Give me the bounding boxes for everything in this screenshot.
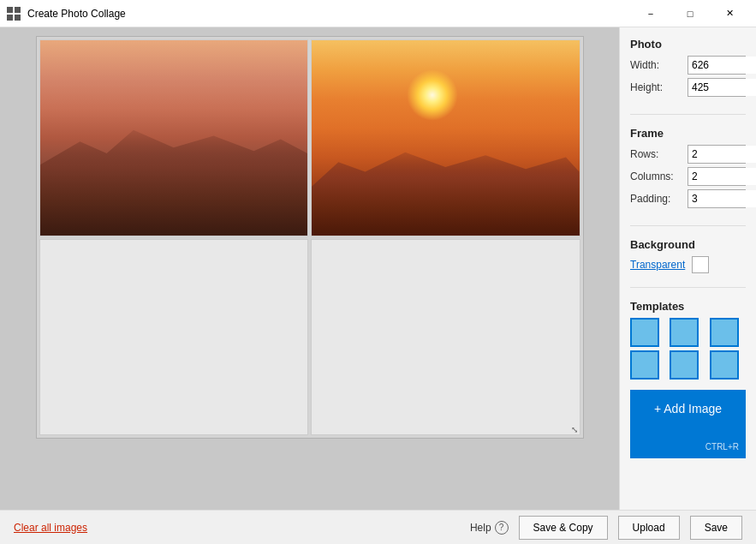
photo-section-title: Photo (630, 38, 746, 51)
clear-all-link[interactable]: Clear all images (14, 522, 87, 534)
height-label: Height: (630, 81, 663, 93)
bottom-bar: Clear all images Help ? Save & Copy Uplo… (0, 510, 756, 544)
height-spinbox[interactable]: ▲ ▼ (688, 78, 746, 97)
divider-2 (630, 225, 746, 226)
columns-input[interactable] (688, 168, 756, 185)
window-title: Create Photo Collage (27, 8, 631, 20)
background-section: Background Transparent (630, 238, 746, 273)
save-copy-button[interactable]: Save & Copy (519, 516, 608, 540)
columns-spinbox[interactable]: ▲ ▼ (688, 167, 746, 186)
rows-spinbox[interactable]: ▲ ▼ (688, 145, 746, 164)
collage-cell-2[interactable] (311, 39, 580, 236)
minimize-button[interactable]: − (631, 0, 670, 27)
padding-label: Padding: (630, 193, 670, 205)
maximize-button[interactable]: □ (670, 0, 710, 27)
template-3-button[interactable] (710, 318, 739, 347)
divider-3 (630, 287, 746, 288)
add-image-shortcut: CTRL+R (705, 442, 739, 451)
collage-cell-1[interactable] (39, 39, 309, 236)
save-button[interactable]: Save (690, 516, 742, 540)
rows-label: Rows: (630, 148, 658, 160)
app-icon (7, 7, 21, 21)
rows-input[interactable] (688, 146, 756, 163)
rows-row: Rows: ▲ ▼ (630, 145, 746, 164)
columns-label: Columns: (630, 170, 674, 182)
width-row: Width: ▲ ▼ (630, 56, 746, 75)
help-row: Help ? (470, 521, 509, 535)
add-image-label: + Add Image (654, 402, 722, 415)
help-icon[interactable]: ? (495, 521, 509, 535)
templates-section: Templates (630, 300, 746, 380)
help-label: Help (470, 522, 491, 534)
background-section-title: Background (630, 238, 746, 251)
photo-section: Photo Width: ▲ ▼ Height: ▲ ▼ (630, 38, 746, 100)
close-button[interactable]: ✕ (710, 0, 749, 27)
height-input[interactable] (688, 79, 756, 96)
resize-handle[interactable]: ⤡ (569, 424, 580, 434)
height-row: Height: ▲ ▼ (630, 78, 746, 97)
window-controls: − □ ✕ (631, 0, 749, 27)
divider-1 (630, 114, 746, 115)
titlebar: Create Photo Collage − □ ✕ (0, 0, 756, 27)
template-6-button[interactable] (710, 350, 739, 380)
width-label: Width: (630, 59, 659, 71)
frame-section: Frame Rows: ▲ ▼ Columns: ▲ ▼ (630, 127, 746, 212)
main-content: ⤡ Photo Width: ▲ ▼ Height: (0, 27, 756, 510)
width-spinbox[interactable]: ▲ ▼ (688, 56, 746, 75)
add-image-button[interactable]: + Add Image CTRL+R (630, 390, 746, 458)
padding-spinbox[interactable]: ▲ ▼ (688, 189, 746, 208)
template-5-button[interactable] (670, 350, 699, 380)
frame-section-title: Frame (630, 127, 746, 140)
templates-grid (630, 318, 746, 380)
svg-rect-3 (15, 15, 21, 21)
transparent-link[interactable]: Transparent (630, 259, 685, 271)
svg-rect-1 (15, 7, 21, 13)
collage-cell-4[interactable] (311, 239, 580, 436)
svg-rect-2 (7, 15, 13, 21)
collage-grid: ⤡ (36, 36, 584, 439)
template-4-button[interactable] (630, 350, 659, 380)
width-input[interactable] (688, 57, 756, 74)
background-row: Transparent (630, 256, 746, 273)
padding-row: Padding: ▲ ▼ (630, 189, 746, 208)
canvas-area: ⤡ (0, 27, 619, 510)
collage-cell-3[interactable] (39, 239, 309, 436)
color-swatch[interactable] (692, 256, 709, 273)
right-panel: Photo Width: ▲ ▼ Height: ▲ ▼ (619, 27, 756, 510)
svg-rect-0 (7, 7, 13, 13)
columns-row: Columns: ▲ ▼ (630, 167, 746, 186)
templates-section-title: Templates (630, 300, 746, 313)
template-1-button[interactable] (630, 318, 659, 347)
template-2-button[interactable] (670, 318, 699, 347)
upload-button[interactable]: Upload (618, 516, 680, 540)
padding-input[interactable] (688, 190, 756, 207)
